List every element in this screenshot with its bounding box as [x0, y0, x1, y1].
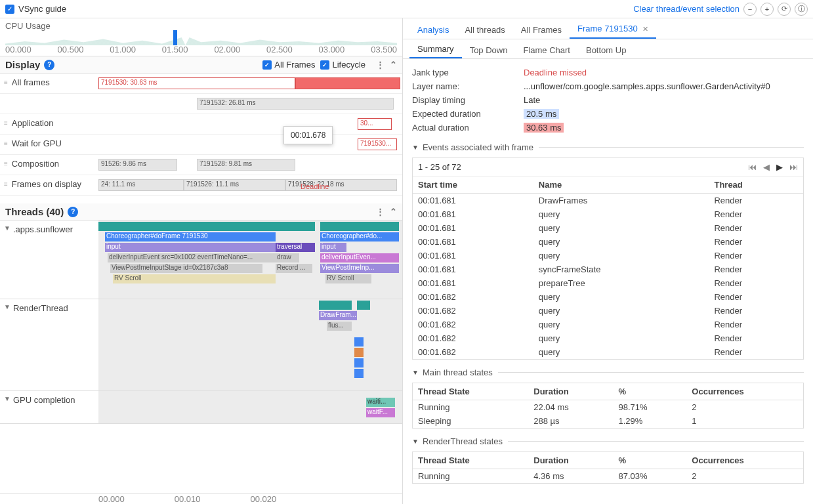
trace-event[interactable]: input [105, 243, 276, 252]
subtab-flamechart[interactable]: Flame Chart [515, 42, 578, 58]
prev-page-icon[interactable]: ◀ [763, 162, 770, 172]
tab-analysis[interactable]: Analysis [409, 21, 457, 39]
trace-event[interactable]: ViewPostImeInputStage id=0x2187c3a8 [110, 264, 262, 273]
tab-frame[interactable]: Frame 7191530 ✕ [570, 20, 656, 39]
column-header[interactable]: Name [533, 177, 709, 194]
trace-event[interactable] [354, 369, 364, 378]
help-icon[interactable]: ? [44, 60, 54, 70]
trace-event[interactable]: ViewPostImeInp... [320, 264, 399, 273]
trace-event[interactable]: flus... [327, 322, 352, 331]
column-header[interactable]: Duration [528, 383, 613, 400]
table-row[interactable]: 00:01.681syncFrameStateRender [413, 262, 803, 276]
table-row[interactable]: Running4.36 ms87.03%2 [413, 469, 803, 484]
table-row[interactable]: 00:01.682queryRender [413, 331, 803, 345]
column-header[interactable]: % [614, 383, 687, 400]
last-page-icon[interactable]: ⏭ [789, 162, 798, 172]
frame-segment[interactable]: 7191528: 9.81 ms [197, 159, 295, 171]
chevron-down-icon[interactable]: ▼ [4, 224, 10, 232]
trace-event[interactable]: input [320, 243, 346, 252]
drag-handle-icon[interactable]: ≡ [4, 180, 8, 188]
table-row[interactable]: 00:01.681queryRender [413, 235, 803, 249]
trace-event[interactable]: deliverInputEven... [320, 253, 399, 262]
table-row[interactable]: 00:01.681DrawFramesRender [413, 194, 803, 208]
trace-event[interactable] [98, 222, 315, 231]
zoom-in-icon[interactable]: + [761, 3, 774, 16]
frame-segment[interactable]: 7191532: 26.81 ms [197, 98, 394, 110]
column-header[interactable]: Start time [413, 177, 533, 194]
table-row[interactable]: Running22.04 ms98.71%2 [413, 400, 803, 415]
reset-zoom-icon[interactable]: ⟳ [778, 3, 791, 16]
trace-event[interactable] [354, 348, 364, 357]
trace-event[interactable]: Choreographer#do... [320, 232, 399, 242]
trace-event[interactable] [354, 358, 364, 368]
zoom-out-icon[interactable]: − [743, 3, 757, 16]
table-row[interactable]: 00:01.681queryRender [413, 249, 803, 262]
drag-handle-icon[interactable]: ≡ [4, 79, 8, 86]
table-row[interactable]: 00:01.681queryRender [413, 207, 803, 221]
trace-event[interactable]: Record ... [276, 264, 312, 273]
table-row[interactable]: 00:01.682queryRender [413, 318, 803, 331]
drag-handle-icon[interactable]: ≡ [4, 119, 8, 127]
frame-segment[interactable]: 7191530... [358, 138, 397, 150]
chevron-down-icon[interactable]: ▼ [412, 438, 419, 445]
frame-segment[interactable]: 7191526: 11.1 ms [184, 179, 285, 191]
close-icon[interactable]: ✕ [642, 25, 648, 33]
trace-event[interactable] [320, 222, 399, 231]
cpu-usage-minimap[interactable]: CPU Usage 00.00000.50001.00001.50002.000… [0, 18, 402, 56]
column-header[interactable]: Thread State [413, 383, 528, 400]
collapse-icon[interactable]: ⌃ [390, 207, 397, 217]
subtab-bottomup[interactable]: Bottom Up [578, 42, 634, 58]
info-icon[interactable]: ⓘ [795, 3, 808, 16]
collapse-icon[interactable]: ⌃ [390, 60, 397, 70]
trace-event[interactable]: waitF... [366, 408, 395, 417]
chevron-down-icon[interactable]: ▼ [412, 369, 419, 376]
column-header[interactable]: % [614, 452, 687, 469]
lifecycle-checkbox[interactable]: ✓ [320, 60, 329, 70]
trace-event[interactable]: RV Scroll [325, 274, 371, 284]
vsync-checkbox[interactable]: ✓ [5, 5, 14, 14]
frame-segment[interactable]: 24: 11.1 ms [98, 179, 184, 191]
table-row[interactable]: 00:01.682queryRender [413, 290, 803, 304]
chevron-down-icon[interactable]: ▼ [4, 303, 10, 310]
chevron-down-icon[interactable]: ▼ [4, 395, 10, 402]
clear-selection-link[interactable]: Clear thread/event selection [633, 4, 740, 14]
chevron-down-icon[interactable]: ▼ [412, 144, 419, 151]
table-row[interactable]: 00:01.682queryRender [413, 304, 803, 318]
timeline-cursor[interactable] [173, 30, 177, 45]
frame-segment[interactable] [295, 77, 400, 89]
table-row[interactable]: 00:01.682queryRender [413, 345, 803, 359]
trace-event[interactable]: draw [276, 253, 299, 262]
column-header[interactable]: Thread [709, 177, 803, 194]
trace-event[interactable] [354, 337, 364, 346]
trace-event[interactable]: traversal [276, 243, 315, 252]
subtab-topdown[interactable]: Top Down [462, 42, 516, 58]
column-header[interactable]: Thread State [413, 452, 528, 469]
trace-event[interactable]: deliverInputEvent src=0x1002 eventTimeNa… [108, 253, 276, 262]
trace-event[interactable]: Choreographer#doFrame 7191530 [105, 232, 276, 242]
frame-segment[interactable]: 91526: 9.86 ms [98, 159, 177, 171]
more-icon[interactable]: ⋮ [376, 207, 385, 217]
column-header[interactable]: Duration [528, 452, 613, 469]
drag-handle-icon[interactable]: ≡ [4, 160, 8, 167]
table-row[interactable]: Sleeping288 µs1.29%1 [413, 414, 803, 428]
tab-all-threads[interactable]: All threads [457, 21, 512, 39]
first-page-icon[interactable]: ⏮ [748, 162, 757, 172]
drag-handle-icon[interactable]: ≡ [4, 140, 8, 147]
events-table[interactable]: Start timeNameThread00:01.681DrawFramesR… [413, 177, 803, 359]
trace-event[interactable] [319, 301, 352, 310]
column-header[interactable]: Occurrences [686, 383, 803, 400]
more-icon[interactable]: ⋮ [376, 60, 385, 70]
column-header[interactable]: Occurrences [686, 452, 803, 469]
trace-event[interactable]: waiti... [366, 398, 395, 407]
trace-event[interactable]: RV Scroll [113, 274, 276, 284]
tab-all-frames[interactable]: All Frames [513, 21, 570, 39]
table-row[interactable]: 00:01.681queryRender [413, 221, 803, 235]
next-page-icon[interactable]: ▶ [776, 162, 783, 172]
table-row[interactable]: 00:01.681prepareTreeRender [413, 276, 803, 290]
trace-event[interactable]: DrawFram... [319, 311, 357, 320]
subtab-summary[interactable]: Summary [409, 41, 462, 58]
trace-event[interactable] [357, 301, 370, 310]
frame-segment[interactable]: 7191530: 30.63 ms [98, 77, 295, 89]
help-icon[interactable]: ? [68, 207, 78, 217]
frame-segment[interactable]: 30... [358, 118, 392, 130]
